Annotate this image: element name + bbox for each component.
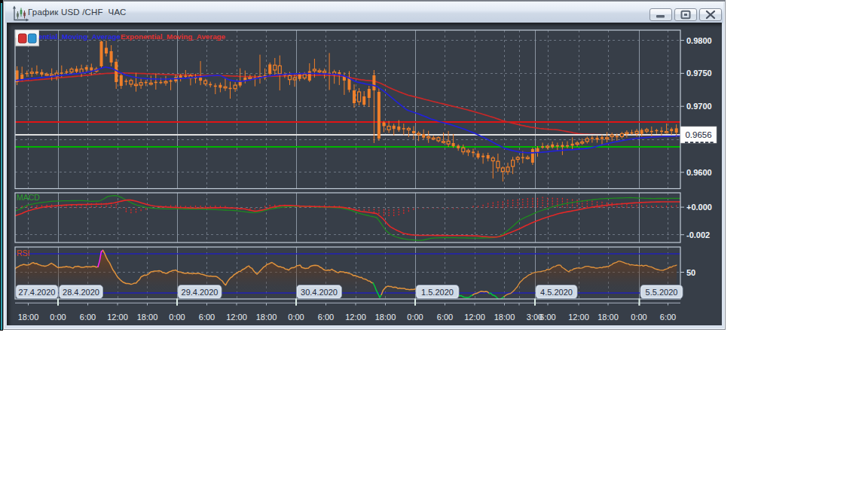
svg-text:18:00: 18:00: [18, 313, 39, 322]
svg-text:18:00: 18:00: [375, 313, 396, 322]
svg-text:18:00: 18:00: [494, 313, 515, 322]
svg-text:0:00: 0:00: [169, 313, 185, 322]
svg-text:12:00: 12:00: [568, 313, 589, 322]
svg-text:Exponential_Moving_Average: Exponential_Moving_Average: [121, 32, 226, 41]
svg-text:+0.000: +0.000: [686, 203, 712, 212]
svg-text:50: 50: [686, 268, 695, 277]
svg-text:-0.002: -0.002: [686, 230, 710, 239]
svg-text:12:00: 12:00: [345, 313, 366, 322]
svg-text:12:00: 12:00: [107, 313, 128, 322]
svg-text:0.9700: 0.9700: [686, 102, 712, 111]
svg-text:0:00: 0:00: [50, 313, 66, 322]
svg-text:12:00: 12:00: [226, 313, 247, 322]
svg-text:18:00: 18:00: [137, 313, 158, 322]
svg-text:0.9750: 0.9750: [686, 69, 712, 78]
svg-text:28.4.2020: 28.4.2020: [63, 288, 99, 297]
svg-text:18:00: 18:00: [598, 313, 619, 322]
svg-text:0.9800: 0.9800: [686, 36, 712, 45]
svg-text:0.9656: 0.9656: [685, 130, 711, 139]
svg-text:6:00: 6:00: [437, 313, 453, 322]
svg-text:27.4.2020: 27.4.2020: [19, 288, 56, 297]
svg-text:0.9600: 0.9600: [686, 168, 712, 177]
svg-text:MACD: MACD: [17, 193, 40, 202]
svg-text:RSI: RSI: [17, 249, 30, 258]
svg-text:0:00: 0:00: [407, 313, 423, 322]
svg-text:30.4.2020: 30.4.2020: [301, 288, 338, 297]
svg-text:6:00: 6:00: [318, 313, 334, 322]
svg-text:1.5.2020: 1.5.2020: [421, 288, 454, 297]
svg-text:12:00: 12:00: [464, 313, 485, 322]
svg-text:0:00: 0:00: [631, 313, 646, 322]
svg-text:6:00: 6:00: [199, 313, 215, 322]
svg-text:6:00: 6:00: [660, 313, 676, 322]
svg-text:6:00: 6:00: [80, 313, 96, 322]
svg-text:4.5.2020: 4.5.2020: [540, 288, 573, 297]
svg-text:0:00: 0:00: [288, 313, 304, 322]
svg-text:5.5.2020: 5.5.2020: [646, 288, 678, 297]
svg-text:18:00: 18:00: [256, 313, 277, 322]
svg-text:6:00: 6:00: [539, 313, 555, 322]
svg-text:29.4.2020: 29.4.2020: [182, 288, 219, 297]
